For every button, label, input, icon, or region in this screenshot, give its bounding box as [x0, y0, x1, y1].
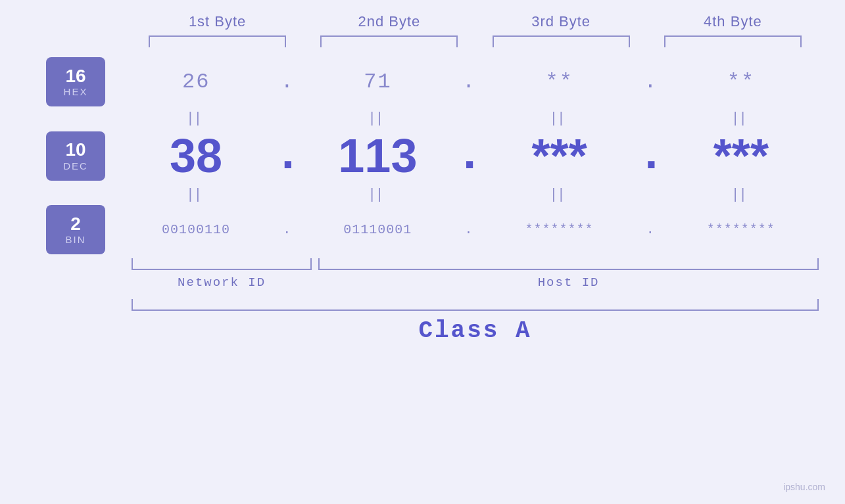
eq1-byte1: ||: [118, 109, 274, 126]
bracket-spacer: [312, 258, 318, 270]
byte-header-1: 1st Byte: [132, 13, 303, 30]
dec-base: DEC: [63, 160, 88, 172]
top-bracket-3: [475, 35, 647, 47]
eq1-byte3: ||: [482, 109, 637, 126]
hex-number: 16: [65, 66, 85, 87]
bin-dot2: .: [456, 222, 482, 237]
bottom-section: Network ID Host ID: [26, 258, 819, 290]
bin-byte3: ********: [482, 222, 637, 237]
hex-dot2: .: [456, 70, 482, 94]
bin-base: BIN: [65, 234, 85, 245]
bin-dot1: .: [274, 222, 300, 237]
eq2-byte3: ||: [482, 185, 637, 202]
main-container: 1st Byte 2nd Byte 3rd Byte 4th Byte 16 H…: [0, 0, 845, 504]
top-bracket-shape-3: [493, 35, 630, 47]
hex-byte2: 71: [300, 70, 455, 94]
hex-byte3: **: [482, 70, 637, 94]
class-label: Class A: [132, 317, 819, 344]
dec-byte1: 38: [118, 129, 274, 183]
hex-byte4: **: [664, 70, 819, 94]
network-id-label: Network ID: [132, 275, 312, 290]
class-row: Class A: [26, 299, 819, 344]
byte-header-3: 3rd Byte: [475, 13, 647, 30]
dec-dot1: .: [274, 129, 300, 183]
equals-row-2: || || || ||: [26, 185, 819, 202]
bin-byte1: 00100110: [118, 222, 274, 237]
hex-byte1: 26: [118, 70, 274, 94]
eq2-byte4: ||: [664, 185, 819, 202]
hex-dot1: .: [274, 70, 300, 94]
top-brackets: [26, 35, 819, 47]
byte-headers: 1st Byte 2nd Byte 3rd Byte 4th Byte: [26, 13, 819, 30]
watermark: ipshu.com: [783, 482, 825, 492]
eq2-byte1: ||: [118, 185, 274, 202]
top-bracket-1: [132, 35, 303, 47]
eq2-byte2: ||: [300, 185, 455, 202]
byte-header-2: 2nd Byte: [303, 13, 475, 30]
dec-dot2: .: [456, 129, 482, 183]
host-id-label: Host ID: [318, 275, 819, 290]
eq1-byte2: ||: [300, 109, 455, 126]
hex-label-box: 16 HEX: [46, 57, 105, 106]
byte-header-4: 4th Byte: [647, 13, 819, 30]
bin-byte2: 01110001: [300, 222, 455, 237]
dec-byte2: 113: [300, 129, 455, 183]
top-bracket-4: [647, 35, 819, 47]
dec-number: 10: [65, 140, 85, 160]
equals-row-1: || || || ||: [26, 109, 819, 126]
bin-byte4: ********: [664, 222, 819, 237]
dec-label-box: 10 DEC: [46, 131, 105, 181]
bin-values: 00100110 . 01110001 . ******** . *******…: [118, 222, 819, 237]
bin-row: 2 BIN 00100110 . 01110001 . ******** .: [26, 205, 819, 254]
dec-row: 10 DEC 38 . 113 . *** . ***: [26, 129, 819, 183]
hex-dot3: .: [637, 70, 664, 94]
bin-number: 2: [70, 214, 81, 235]
hex-values: 26 . 71 . ** . **: [118, 70, 819, 94]
dec-byte3: ***: [482, 129, 637, 183]
dec-values: 38 . 113 . *** . ***: [118, 129, 819, 183]
host-bracket: [318, 258, 819, 270]
dec-dot3: .: [637, 129, 664, 183]
network-bracket: [132, 258, 312, 270]
hex-row: 16 HEX 26 . 71 . ** . **: [26, 57, 819, 106]
top-bracket-shape-2: [320, 35, 458, 47]
top-bracket-shape-4: [664, 35, 802, 47]
top-bracket-shape-1: [149, 35, 286, 47]
bin-dot3: .: [637, 222, 664, 237]
eq1-byte4: ||: [664, 109, 819, 126]
dec-byte4: ***: [664, 129, 819, 183]
class-bracket: [132, 299, 819, 311]
hex-base: HEX: [64, 86, 88, 97]
bin-label-box: 2 BIN: [46, 205, 105, 254]
top-bracket-2: [303, 35, 475, 47]
